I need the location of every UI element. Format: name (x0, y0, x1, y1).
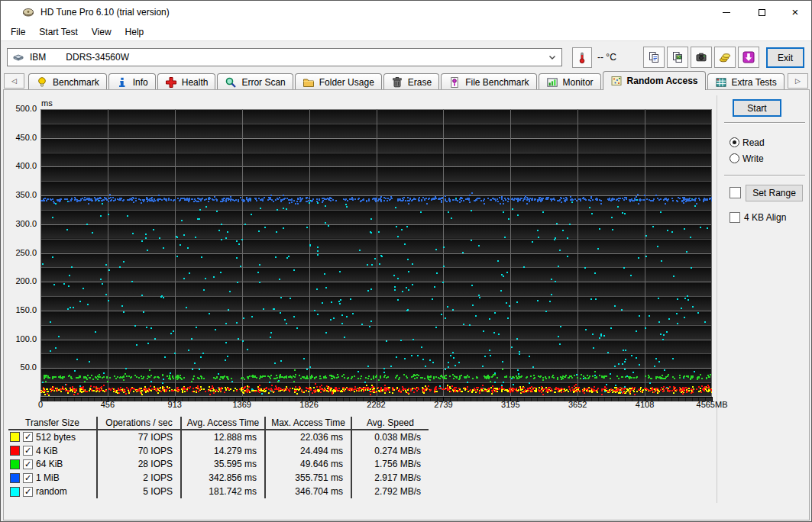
series-label: 64 KiB (36, 459, 63, 469)
y-axis-tick-label: 350.0 (8, 190, 37, 201)
x-axis-tick-label: 4108 (636, 400, 654, 409)
set-range-checkbox[interactable] (730, 187, 741, 198)
hard-disk-icon (12, 51, 24, 63)
read-radio[interactable] (730, 137, 739, 147)
4kb-align-checkbox[interactable] (730, 212, 740, 223)
cell-ops: 2 IOPS (96, 471, 180, 485)
save-results-button[interactable] (714, 47, 736, 68)
tab-erase[interactable]: Erase (383, 73, 439, 90)
set-range-button-label: Set Range (752, 188, 796, 198)
y-axis-tick-label: 500.0 (8, 104, 37, 114)
cell-max: 49.646 ms (264, 458, 351, 472)
y-axis-tick-label: 200.0 (8, 276, 37, 287)
maximize-button[interactable] (744, 1, 779, 24)
file-benchmark-icon (448, 76, 461, 89)
y-axis-tick-label: 250.0 (8, 248, 37, 259)
y-axis-unit-label: ms (41, 98, 53, 108)
copy-image-button[interactable] (667, 47, 688, 68)
tab-label: Random Access (627, 76, 698, 86)
temperature-button[interactable] (572, 47, 592, 68)
tab-monitor[interactable]: Monitor (539, 73, 601, 90)
write-radio-label: Write (742, 153, 764, 164)
cell-avg: 181.742 ms (180, 485, 264, 498)
trash-icon (391, 76, 403, 89)
y-axis-tick-label: 300.0 (8, 219, 37, 230)
tab-file-benchmark[interactable]: File Benchmark (441, 73, 536, 90)
cell-max: 355.751 ms (264, 471, 351, 485)
cell-avg: 342.856 ms (180, 471, 264, 485)
cell-max: 22.036 ms (264, 430, 351, 444)
tab-folder-usage[interactable]: Folder Usage (295, 73, 382, 90)
series-visibility-checkbox[interactable]: ✓ (23, 446, 33, 456)
thermometer-icon (576, 52, 588, 64)
x-axis-tick-label: 3652 (568, 400, 587, 409)
info-icon (116, 76, 128, 89)
tab-error-scan[interactable]: Error Scan (217, 73, 293, 90)
export-button[interactable] (738, 47, 759, 68)
download-icon (742, 51, 755, 63)
minimize-button[interactable] (709, 1, 744, 24)
4kb-align-label: 4 KB Align (744, 212, 786, 223)
app-window: HD Tune Pro 6.10 (trial version) × FileS… (0, 0, 812, 522)
start-button[interactable]: Start (733, 99, 781, 117)
extra-tests-icon (715, 76, 727, 89)
cell-ops: 28 IOPS (96, 458, 180, 472)
write-radio[interactable] (730, 153, 739, 163)
window-title: HD Tune Pro 6.10 (trial version) (40, 1, 170, 24)
tab-benchmark[interactable]: Benchmark (28, 73, 107, 90)
tab-label: File Benchmark (465, 77, 529, 88)
tab-health[interactable]: Health (157, 73, 216, 90)
tab-label: Health (182, 77, 209, 88)
table-row-512-bytes: ✓512 bytes77 IOPS12.888 ms22.036 ms0.038… (8, 430, 429, 444)
menu-item-help[interactable]: Help (118, 24, 151, 40)
copy-text-icon (648, 51, 660, 63)
chevron-down-icon (546, 51, 558, 63)
cell-ops: 5 IOPS (96, 485, 180, 498)
separator (724, 175, 805, 176)
read-radio-label: Read (742, 137, 765, 148)
copy-text-button[interactable] (643, 47, 665, 68)
table-header-row: Transfer SizeOperations / secAvg. Access… (8, 417, 429, 430)
random-access-icon (610, 75, 623, 87)
tab-label: Extra Tests (732, 77, 777, 88)
scroll-right-icon: ▷ (795, 77, 801, 85)
exit-button[interactable]: Exit (766, 47, 804, 68)
temperature-value: -- °C (597, 47, 616, 68)
copy-image-icon (671, 51, 684, 63)
set-range-button[interactable]: Set Range (746, 185, 803, 201)
menu-item-file[interactable]: File (4, 24, 32, 40)
series-visibility-checkbox[interactable]: ✓ (23, 473, 33, 483)
drive-selector[interactable]: IBM DDRS-34560W (7, 48, 562, 66)
tab-label: Error Scan (241, 77, 285, 88)
title-bar: HD Tune Pro 6.10 (trial version) × (1, 1, 812, 24)
camera-icon (695, 51, 707, 63)
4kb-align-option: 4 KB Align (730, 211, 786, 223)
series-label: random (36, 486, 67, 497)
series-visibility-checkbox[interactable]: ✓ (23, 432, 33, 442)
cell-ops: 70 IOPS (96, 444, 180, 458)
x-axis-tick-label: 4565MB (697, 400, 728, 409)
menu-bar: FileStart TestViewHelp (1, 24, 812, 40)
menu-item-view[interactable]: View (85, 24, 118, 40)
tab-extra-tests[interactable]: Extra Tests (707, 73, 785, 90)
series-label: 1 MiB (36, 472, 60, 483)
cell-max: 346.704 ms (264, 485, 351, 498)
series-visibility-checkbox[interactable]: ✓ (23, 459, 33, 469)
x-axis-tick-label: 2282 (367, 400, 385, 409)
cell-max: 24.494 ms (264, 444, 351, 458)
close-icon: × (792, 1, 799, 24)
tab-random-access[interactable]: Random Access (603, 71, 706, 90)
menu-item-start-test[interactable]: Start Test (32, 24, 84, 40)
series-label: 4 KiB (36, 446, 58, 456)
series-visibility-checkbox[interactable]: ✓ (23, 487, 33, 497)
tab-info[interactable]: Info (108, 73, 156, 90)
column-header: Avg. Access Time (180, 417, 264, 429)
tab-scroll-left-button[interactable]: ◁ (4, 73, 24, 89)
table-row-4-kib: ✓4 KiB70 IOPS14.279 ms24.494 ms0.274 MB/… (8, 444, 429, 458)
tab-scroll-right-button[interactable]: ▷ (788, 73, 808, 89)
x-axis-tick-label: 1369 (232, 400, 251, 409)
screenshot-button[interactable] (691, 47, 712, 68)
folder-icon (302, 76, 315, 89)
close-button[interactable]: × (778, 1, 812, 24)
table-row-64-kib: ✓64 KiB28 IOPS35.595 ms49.646 ms1.756 MB… (8, 458, 429, 472)
